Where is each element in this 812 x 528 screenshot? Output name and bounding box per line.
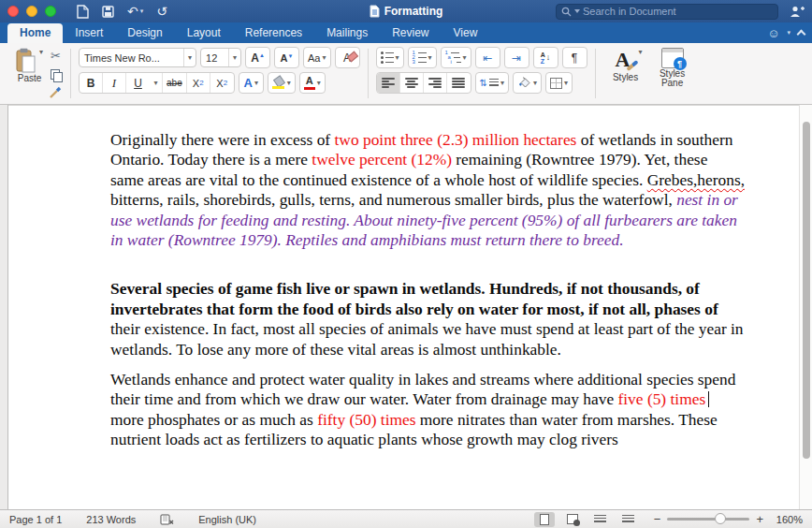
vertical-scrollbar[interactable] — [799, 105, 812, 509]
highlight-dropdown-arrow[interactable]: ▾ — [287, 79, 291, 87]
zoom-slider-thumb[interactable] — [715, 513, 726, 524]
new-document-icon — [77, 5, 89, 19]
zoom-out-icon[interactable]: − — [654, 512, 661, 526]
clear-formatting-button[interactable]: A — [335, 47, 360, 68]
styles-pane-button[interactable]: ¶ Styles Pane — [648, 47, 697, 89]
search-placeholder: Search in Document — [583, 6, 676, 17]
page-count-status[interactable]: Page 1 of 1 — [9, 514, 62, 525]
underline-button[interactable]: U — [126, 73, 150, 93]
align-center-button[interactable] — [400, 73, 424, 93]
bold-button[interactable]: B — [80, 73, 103, 93]
tab-review[interactable]: Review — [380, 23, 441, 43]
paragraph[interactable]: Wetlands enhance and protect water quali… — [110, 370, 745, 450]
font-name-combo[interactable]: Times New Ro... ▾ — [79, 48, 196, 67]
tab-design[interactable]: Design — [115, 23, 174, 43]
align-right-button[interactable] — [424, 73, 447, 93]
decrease-indent-button[interactable]: ⇤ — [475, 47, 500, 68]
tab-view[interactable]: View — [442, 23, 490, 43]
outline-view-button[interactable] — [590, 512, 611, 527]
font-name-dropdown-arrow[interactable]: ▾ — [183, 49, 196, 66]
tab-insert[interactable]: Insert — [63, 23, 115, 43]
font-color-button[interactable]: A ▾ — [299, 72, 326, 94]
ribbon-tab-bar: HomeInsertDesignLayoutReferencesMailings… — [0, 22, 812, 43]
word-count-status[interactable]: 213 Words — [86, 514, 136, 525]
styles-dropdown-arrow[interactable]: ▾ — [639, 48, 643, 56]
bullets-icon — [381, 51, 394, 64]
search-scope-arrow[interactable] — [574, 9, 580, 13]
borders-icon — [550, 78, 562, 89]
font-color-dropdown-arrow[interactable]: ▾ — [317, 79, 321, 87]
minimize-window-button[interactable] — [26, 6, 37, 17]
proofing-status-icon[interactable] — [160, 514, 174, 525]
paragraph[interactable]: Several species of game fish live or spa… — [110, 279, 745, 359]
sort-button[interactable]: AZ↓ — [533, 47, 558, 68]
save-button[interactable] — [102, 6, 114, 18]
vertical-scrollbar-thumb[interactable] — [803, 122, 810, 459]
increase-indent-button[interactable]: ⇥ — [504, 47, 529, 68]
format-painter-icon[interactable] — [49, 86, 63, 99]
line-spacing-button[interactable]: ⇅ ▾ — [475, 72, 509, 94]
justify-button[interactable] — [447, 73, 471, 93]
align-left-button[interactable] — [377, 73, 400, 93]
styles-button[interactable]: A ▾ Styles — [603, 47, 648, 83]
text-effects-button[interactable]: A▾ — [239, 72, 264, 94]
align-center-icon — [405, 78, 418, 88]
multilevel-dropdown-arrow[interactable]: ▾ — [463, 53, 467, 62]
copy-icon[interactable] — [51, 69, 61, 81]
text-run-wavy: Grebes,herons, — [647, 170, 745, 189]
multilevel-list-button[interactable]: 1ai ▾ — [441, 47, 471, 68]
print-layout-view-button[interactable] — [534, 512, 555, 527]
numbering-dropdown-arrow[interactable]: ▾ — [428, 53, 432, 62]
borders-button[interactable]: ▾ — [545, 72, 573, 94]
close-window-button[interactable] — [7, 6, 19, 17]
grow-font-button[interactable]: A — [245, 47, 270, 68]
numbering-button[interactable]: 123 ▾ — [408, 47, 437, 68]
shading-dropdown-arrow[interactable]: ▾ — [533, 79, 537, 87]
paste-button[interactable]: ▾ Paste — [10, 47, 49, 84]
tab-layout[interactable]: Layout — [175, 23, 233, 43]
zoom-level-label[interactable]: 160% — [773, 514, 803, 525]
language-status[interactable]: English (UK) — [198, 514, 256, 525]
redo-button[interactable]: ↺ — [156, 5, 167, 18]
borders-dropdown-arrow[interactable]: ▾ — [564, 79, 568, 87]
underline-dropdown-arrow[interactable]: ▾ — [150, 73, 163, 93]
shrink-font-button[interactable]: A — [274, 47, 299, 68]
cut-icon[interactable]: ✂ — [51, 49, 61, 63]
text-run-bold: Several species of game fish live or spa… — [110, 279, 718, 317]
zoom-slider[interactable] — [667, 518, 749, 521]
document-text[interactable]: Originally there were in excess of two p… — [110, 130, 745, 450]
font-size-combo[interactable]: 12 ▾ — [200, 48, 241, 67]
collapse-ribbon-icon[interactable] — [797, 30, 806, 39]
zoom-window-button[interactable] — [45, 6, 56, 17]
bullets-dropdown-arrow[interactable]: ▾ — [396, 53, 399, 62]
strikethrough-button[interactable]: abe — [163, 73, 187, 93]
tab-mailings[interactable]: Mailings — [314, 23, 380, 43]
font-size-dropdown-arrow[interactable]: ▾ — [228, 49, 240, 66]
document-page[interactable]: Originally there were in excess of two p… — [8, 105, 799, 509]
highlight-button[interactable]: ▾ — [268, 72, 296, 94]
italic-button[interactable]: I — [103, 73, 126, 93]
show-formatting-marks-button[interactable]: ¶ — [562, 47, 587, 68]
bullets-button[interactable]: ▾ — [376, 47, 404, 68]
subscript-button[interactable]: X2 — [187, 73, 210, 93]
undo-button[interactable]: ↶ ▾ — [127, 5, 143, 18]
web-layout-view-button[interactable] — [562, 512, 583, 527]
share-add-person-icon[interactable] — [790, 6, 805, 18]
zoom-in-icon[interactable]: + — [756, 512, 763, 526]
change-case-button[interactable]: Aa▾ — [303, 47, 330, 68]
feedback-dropdown-arrow[interactable]: ▾ — [787, 29, 790, 37]
draft-view-button[interactable] — [618, 512, 639, 527]
clipboard-group: ▾ Paste ✂ — [6, 47, 67, 102]
new-document-button[interactable] — [77, 5, 89, 19]
tab-home[interactable]: Home — [7, 23, 63, 43]
undo-dropdown-arrow[interactable]: ▾ — [140, 7, 144, 15]
line-spacing-dropdown-arrow[interactable]: ▾ — [500, 79, 504, 87]
tab-references[interactable]: References — [233, 23, 314, 43]
paragraph[interactable]: Originally there were in excess of two p… — [110, 130, 745, 250]
search-input[interactable]: Search in Document — [556, 4, 778, 20]
search-icon — [561, 7, 572, 17]
superscript-button[interactable]: X2 — [210, 73, 234, 93]
feedback-smiley-icon[interactable]: ☺ — [767, 26, 779, 40]
shading-button[interactable]: ▾ — [513, 72, 542, 94]
paste-dropdown-arrow[interactable]: ▾ — [39, 48, 43, 56]
